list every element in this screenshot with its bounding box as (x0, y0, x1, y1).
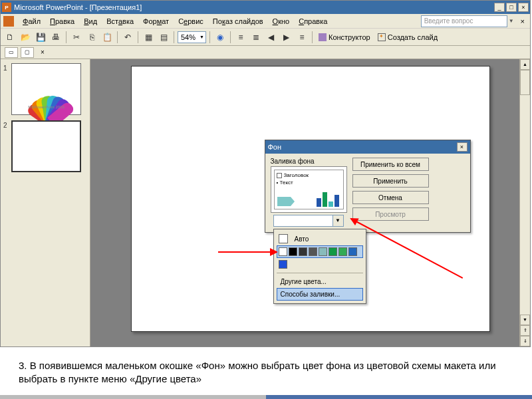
dialog-title-bar[interactable]: Фон × (265, 140, 470, 154)
swatch-black[interactable] (289, 247, 297, 256)
instruction-caption: 3. В появившемся маленьком окошке «Фон» … (0, 352, 532, 390)
apply-all-button[interactable]: Применить ко всем (352, 158, 429, 171)
swatch-dark2[interactable] (309, 247, 317, 256)
thumbnail-1[interactable]: 1 MSPowerPoint 2003 (3, 63, 87, 115)
swatch-dark1[interactable] (299, 247, 307, 256)
background-dialog: Фон × Заливка фона Заголовок • Текст (265, 140, 471, 233)
menu-edit[interactable]: Правка (45, 16, 79, 27)
ask-placeholder: Введите вопрос (424, 17, 473, 25)
auto-swatch (279, 234, 288, 243)
recent-color-row[interactable] (277, 258, 363, 271)
ask-question-box[interactable]: Введите вопрос (421, 15, 507, 27)
menu-service[interactable]: Сервис (174, 16, 208, 27)
prev-slide-icon[interactable]: ⇑ (520, 325, 530, 336)
arrow-shape-icon (277, 197, 291, 206)
pane-close-icon[interactable]: × (41, 49, 45, 56)
bullets-icon[interactable]: ≡ (234, 31, 247, 44)
scheme-swatches[interactable] (277, 245, 363, 258)
menu-help[interactable]: Справка (294, 16, 332, 27)
app-title: Microsoft PowerPoint (14, 3, 83, 11)
menu-window[interactable]: Окно (268, 16, 295, 27)
designer-button[interactable]: Конструктор (316, 31, 373, 44)
thumbnail-2[interactable]: 2 (3, 120, 87, 172)
cut-icon[interactable]: ✂ (70, 31, 83, 44)
doc-close-button[interactable]: × (518, 17, 527, 25)
fill-color-dropdown[interactable]: ▼ (273, 215, 344, 227)
indent-icon[interactable]: ▶ (280, 31, 293, 44)
ask-dropdown-icon[interactable]: ▼ (509, 18, 514, 24)
title-bar: P Microsoft PowerPoint - [Презентация1] … (1, 1, 530, 14)
maximize-button[interactable]: □ (506, 3, 517, 12)
table-icon[interactable]: ▦ (142, 31, 155, 44)
chevron-down-icon: ▼ (200, 35, 204, 39)
menu-slideshow[interactable]: Показ слайдов (208, 16, 268, 27)
menu-file[interactable]: Файл (18, 16, 45, 27)
new-slide-icon (378, 33, 386, 41)
more-colors-item[interactable]: Другие цвета... (277, 275, 363, 288)
new-icon[interactable]: 🗋 (3, 31, 17, 44)
outdent-icon[interactable]: ◀ (265, 31, 278, 44)
chart-icon (317, 192, 339, 207)
menu-bar: Файл Правка Вид Вставка Формат Сервис По… (1, 14, 530, 29)
zoom-combo[interactable]: 54% ▼ (178, 31, 206, 43)
workspace: 1 MSPowerPoint 2003 2 (1, 59, 530, 346)
slide-canvas[interactable]: Фон × Заливка фона Заголовок • Текст (131, 66, 490, 332)
preview-button[interactable]: Просмотр (352, 207, 429, 221)
menu-format[interactable]: Формат (138, 16, 174, 27)
slide-thumb-2[interactable] (11, 120, 81, 172)
color-fan-icon (32, 69, 61, 98)
annotation-arrow-2 (218, 251, 277, 253)
open-icon[interactable]: 📂 (19, 31, 32, 44)
doc-title: [Презентация1] (90, 3, 142, 11)
swatch-teal[interactable] (319, 247, 327, 256)
dialog-close-button[interactable]: × (457, 142, 467, 152)
numbering-icon[interactable]: ≣ (249, 31, 263, 44)
footer-stripe (0, 395, 532, 399)
new-slide-button[interactable]: Создать слайд (375, 31, 440, 44)
view-tabs: ▭ ▢ × (1, 46, 530, 59)
next-slide-icon[interactable]: ⇓ (520, 336, 530, 346)
paste-icon[interactable]: 📋 (100, 31, 114, 44)
designer-icon (319, 33, 327, 41)
thumbnail-panel[interactable]: 1 MSPowerPoint 2003 2 (1, 59, 90, 346)
grid-icon[interactable]: ▤ (157, 31, 170, 44)
swatch-blue[interactable] (348, 247, 357, 256)
powerpoint-icon: P (2, 3, 11, 12)
auto-color-row[interactable]: Авто (277, 232, 363, 245)
preview-box: Заголовок • Текст (271, 166, 347, 213)
outline-tab[interactable]: ▭ (5, 47, 18, 58)
color-picker-popup: Авто Др (273, 229, 366, 304)
minimize-button[interactable]: _ (494, 3, 505, 12)
swatch-white[interactable] (279, 247, 287, 256)
vertical-scrollbar[interactable]: ▲ ▼ ⇑ ⇓ (519, 59, 530, 346)
slides-tab[interactable]: ▢ (21, 47, 34, 58)
menu-view[interactable]: Вид (79, 16, 102, 27)
slide-thumb-1[interactable]: MSPowerPoint 2003 (11, 63, 81, 115)
fill-effects-item[interactable]: Способы заливки... (277, 288, 363, 301)
close-button[interactable]: × (518, 3, 529, 12)
dialog-title: Фон (268, 143, 282, 151)
undo-icon[interactable]: ↶ (121, 31, 134, 44)
slide-editor: Фон × Заливка фона Заголовок • Текст (90, 59, 530, 346)
help-icon[interactable]: ◉ (213, 31, 227, 44)
print-icon[interactable]: 🖶 (49, 31, 63, 44)
powerpoint-window: P Microsoft PowerPoint - [Презентация1] … (0, 0, 531, 347)
app-menu-icon[interactable] (3, 16, 14, 27)
apply-button[interactable]: Применить (352, 174, 429, 188)
save-icon[interactable]: 💾 (34, 31, 47, 44)
menu-insert[interactable]: Вставка (102, 16, 138, 27)
swatch-green2[interactable] (338, 247, 347, 256)
chevron-down-icon: ▼ (332, 215, 343, 226)
standard-toolbar: 🗋 📂 💾 🖶 ✂ ⎘ 📋 ↶ ▦ ▤ 54% ▼ ◉ ≡ ≣ ◀ ▶ ≡ Ко… (1, 29, 530, 46)
scroll-thumb[interactable] (520, 70, 530, 95)
swatch-green1[interactable] (329, 247, 337, 256)
scroll-down-icon[interactable]: ▼ (520, 315, 530, 325)
copy-icon[interactable]: ⎘ (85, 31, 98, 44)
align-icon[interactable]: ≡ (295, 31, 309, 44)
cancel-button[interactable]: Отмена (352, 191, 429, 204)
zoom-value: 54% (181, 33, 196, 41)
swatch-recent-blue[interactable] (279, 260, 287, 269)
fill-label: Заливка фона (271, 158, 347, 165)
scroll-up-icon[interactable]: ▲ (520, 59, 530, 70)
